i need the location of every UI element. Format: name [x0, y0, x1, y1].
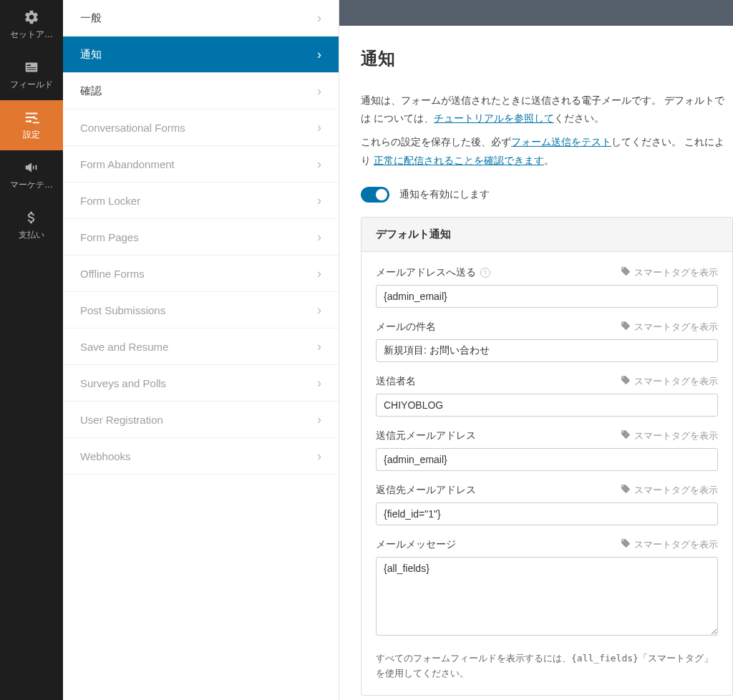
sub-label: Form Pages	[80, 231, 139, 243]
field-label: メールメッセージ	[376, 538, 456, 551]
description-2: これらの設定を保存した後、必ずフォーム送信をテストしてください。 これにより 正…	[361, 133, 733, 169]
gear-icon	[24, 9, 39, 25]
field-4: 返信先メールアドレス スマートタグを表示	[376, 484, 718, 525]
smart-tag-link[interactable]: スマートタグを表示	[621, 538, 718, 551]
field-3: 送信元メールアドレス スマートタグを表示	[376, 429, 718, 471]
dollar-icon	[24, 210, 39, 225]
field-5: メールメッセージ スマートタグを表示{all_fields}	[376, 538, 718, 638]
sub-item-7[interactable]: Offline Forms›	[63, 256, 339, 292]
main-area: 通知 通知は、フォームが送信されたときに送信される電子メールです。 デフォルトで…	[339, 0, 733, 700]
field-input-2[interactable]	[376, 394, 718, 417]
chevron-right-icon: ›	[317, 376, 321, 391]
page-title: 通知	[361, 47, 733, 70]
sub-label: 一般	[80, 11, 102, 25]
tag-icon	[621, 484, 631, 496]
nav-label: 支払い	[19, 229, 44, 241]
chevron-right-icon: ›	[317, 193, 321, 208]
sub-item-2[interactable]: 確認›	[63, 73, 339, 110]
field-input-1[interactable]	[376, 339, 718, 362]
bullhorn-icon	[24, 160, 39, 175]
sub-item-10[interactable]: Surveys and Polls›	[63, 365, 339, 402]
field-label: 送信者名	[376, 375, 416, 388]
enable-toggle[interactable]	[361, 187, 389, 203]
field-label: 返信先メールアドレス	[376, 484, 476, 497]
left-nav: セットア…フィールド設定マーケテ…支払い	[0, 0, 63, 700]
sub-label: Offline Forms	[80, 268, 145, 280]
tag-icon	[621, 429, 631, 442]
sub-label: Post Submissions	[80, 304, 165, 316]
sub-item-4[interactable]: Form Abandonment›	[63, 146, 339, 183]
field-label: 送信元メールアドレス	[376, 429, 476, 442]
svg-rect-2	[27, 67, 37, 68]
sub-item-6[interactable]: Form Pages›	[63, 219, 339, 256]
field-label: メールアドレスへ送る ?	[376, 266, 490, 279]
hint-text: すべてのフォームフィールドを表示するには、{all_fields}「スマートタグ…	[376, 651, 718, 681]
field-1: メールの件名 スマートタグを表示	[376, 321, 718, 362]
chevron-right-icon: ›	[317, 120, 321, 135]
chevron-right-icon: ›	[317, 412, 321, 427]
sub-label: Form Abandonment	[80, 158, 175, 170]
chevron-right-icon: ›	[317, 266, 321, 281]
nav-item-3[interactable]: マーケテ…	[0, 150, 63, 200]
tutorial-link[interactable]: チュートリアルを参照して	[434, 112, 554, 124]
chevron-right-icon: ›	[317, 84, 321, 99]
chevron-right-icon: ›	[317, 47, 321, 62]
field-input-5[interactable]: {all_fields}	[376, 557, 718, 636]
nav-item-0[interactable]: セットア…	[0, 0, 63, 50]
nav-label: フィールド	[10, 79, 53, 91]
chevron-right-icon: ›	[317, 303, 321, 318]
sub-label: Webhooks	[80, 450, 131, 462]
sub-nav: 一般›通知›確認›Conversational Forms›Form Aband…	[63, 0, 339, 700]
sub-label: 確認	[80, 84, 102, 98]
tag-icon	[621, 266, 631, 278]
field-label: メールの件名	[376, 321, 436, 334]
nav-item-2[interactable]: 設定	[0, 100, 63, 150]
chevron-right-icon: ›	[317, 449, 321, 464]
toggle-row: 通知を有効にします	[361, 187, 733, 203]
nav-item-4[interactable]: 支払い	[0, 200, 63, 251]
smart-tag-link[interactable]: スマートタグを表示	[621, 375, 718, 388]
sliders-icon	[24, 110, 39, 125]
sub-item-5[interactable]: Form Locker›	[63, 183, 339, 219]
test-send-link[interactable]: フォーム送信をテスト	[511, 136, 611, 147]
nav-label: マーケテ…	[10, 179, 53, 191]
field-input-4[interactable]	[376, 502, 718, 525]
sub-label: User Registration	[80, 414, 163, 426]
chevron-right-icon: ›	[317, 230, 321, 245]
sub-item-8[interactable]: Post Submissions›	[63, 292, 339, 329]
sub-item-9[interactable]: Save and Resume›	[63, 329, 339, 365]
content: 通知 通知は、フォームが送信されたときに送信される電子メールです。 デフォルトで…	[339, 26, 733, 700]
tag-icon	[621, 538, 631, 550]
smart-tag-link[interactable]: スマートタグを表示	[621, 429, 718, 442]
sub-item-1[interactable]: 通知›	[63, 37, 339, 73]
field-input-3[interactable]	[376, 448, 718, 471]
nav-label: セットア…	[10, 29, 53, 41]
help-icon[interactable]: ?	[480, 268, 490, 278]
notification-panel: デフォルト通知 メールアドレスへ送る ?スマートタグを表示メールの件名 スマート…	[361, 217, 733, 696]
sub-item-12[interactable]: Webhooks›	[63, 438, 339, 475]
top-bar	[339, 0, 733, 26]
panel-body: メールアドレスへ送る ?スマートタグを表示メールの件名 スマートタグを表示送信者…	[361, 252, 732, 696]
svg-point-5	[33, 116, 36, 119]
field-2: 送信者名 スマートタグを表示	[376, 375, 718, 417]
sub-label: Conversational Forms	[80, 122, 185, 134]
field-0: メールアドレスへ送る ?スマートタグを表示	[376, 266, 718, 308]
chevron-right-icon: ›	[317, 339, 321, 354]
chevron-right-icon: ›	[317, 157, 321, 172]
smart-tag-link[interactable]: スマートタグを表示	[621, 266, 718, 279]
nav-label: 設定	[23, 129, 40, 141]
toggle-label: 通知を有効にします	[399, 188, 490, 201]
panel-header: デフォルト通知	[361, 218, 732, 252]
description-1: 通知は、フォームが送信されたときに送信される電子メールです。 デフォルトでは に…	[361, 92, 733, 127]
svg-point-4	[29, 120, 31, 123]
field-input-0[interactable]	[376, 285, 718, 308]
nav-item-1[interactable]: フィールド	[0, 50, 63, 100]
sub-label: Save and Resume	[80, 341, 168, 353]
sub-label: Surveys and Polls	[80, 377, 166, 389]
sub-item-11[interactable]: User Registration›	[63, 402, 339, 438]
smart-tag-link[interactable]: スマートタグを表示	[621, 321, 718, 334]
verify-link[interactable]: 正常に配信されることを確認できます	[374, 155, 544, 166]
smart-tag-link[interactable]: スマートタグを表示	[621, 484, 718, 497]
sub-item-3[interactable]: Conversational Forms›	[63, 110, 339, 146]
sub-item-0[interactable]: 一般›	[63, 0, 339, 37]
